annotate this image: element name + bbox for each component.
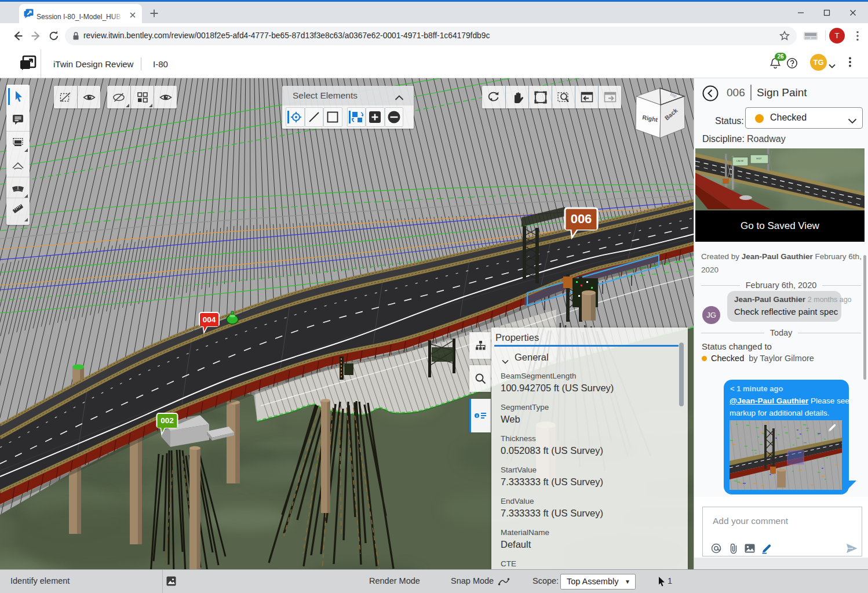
svg-text:006: 006 (571, 212, 592, 226)
svg-text:002: 002 (161, 416, 174, 425)
svg-text:004: 004 (203, 315, 216, 324)
svg-text:I-80 W: I-80 W (736, 159, 743, 162)
svg-text:EXIT: EXIT (757, 157, 762, 160)
svg-text:i: i (476, 413, 477, 419)
